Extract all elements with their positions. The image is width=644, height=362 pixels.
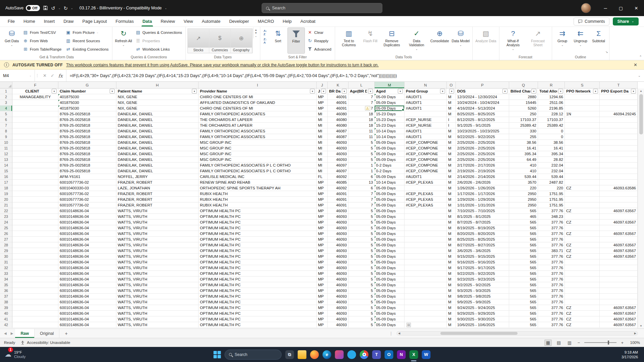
cell-M35[interactable]: 05-09 Days [375,282,405,288]
workbook-links-button[interactable]: ⇄Workbook Links [134,45,184,53]
cell-F38[interactable] [12,299,58,305]
cell-Q8[interactable]: 330 [509,128,538,134]
cell-J27[interactable]: MP [317,237,328,242]
cell-M38[interactable]: 05-09 Days [375,299,405,305]
cell-J20[interactable]: MP [317,197,328,202]
cell-H15[interactable]: DANEILAK, DANIEL [116,168,199,174]
cell-O17[interactable]: M [447,180,456,185]
cell-Q21[interactable]: 2950 [509,202,538,208]
cell-S7[interactable] [565,123,600,128]
cell-R16[interactable]: 539.44 [538,174,565,180]
cell-P10[interactable]: 2/25/2026 - 2/25/2026 [456,140,509,145]
formula-bar-expand-icon[interactable]: ⌄ [635,70,644,81]
scroll-up-icon[interactable]: ▲ [640,89,642,93]
cell-S42[interactable]: CZ [565,322,600,328]
cell-F12[interactable] [12,151,58,157]
cell-Q23[interactable]: 465 [509,214,538,220]
cell-Q18[interactable]: 220 [509,185,538,191]
cell-N28[interactable] [405,242,447,248]
cell-R27[interactable]: 377.76 [538,237,565,242]
filter-dropdown-icon[interactable]: ▾ [593,89,598,94]
cell-M29[interactable]: 05-09 Days [375,248,405,254]
cell-P27[interactable]: 8/25/2025 - 8/25/2025 [456,237,509,242]
cell-J31[interactable]: MP [317,259,328,265]
cell-O18[interactable]: M [447,185,456,191]
cell-J3[interactable]: MP [317,100,328,106]
cell-O25[interactable]: M [447,225,456,231]
cell-Q42[interactable]: 565 [509,322,538,328]
cell-R11[interactable]: 16.41 [538,145,565,151]
cell-K24[interactable]: 46093 [328,220,348,225]
cell-R32[interactable]: 377.76 [538,265,565,271]
cell-T4[interactable] [600,106,638,111]
cell-T41[interactable]: 46097.63567 [600,316,638,322]
cell-T32[interactable] [600,265,638,271]
cell-R29[interactable]: 383.71 [538,248,565,254]
cell-O15[interactable]: M [447,168,456,174]
cell-P2[interactable]: 12/3/2024 - 12/30/2024 [456,94,509,100]
ribbon-tab-automate[interactable]: Automate [197,16,225,26]
row-header-28[interactable]: 28 [0,242,12,248]
cell-N26[interactable] [405,231,447,237]
cell-P12[interactable]: 2/25/2026 - 2/25/2026 [456,151,509,157]
cell-T23[interactable] [600,214,638,220]
zoom-slider-thumb[interactable] [608,341,609,345]
cell-I21[interactable]: RUBIX HEALTH [199,202,317,208]
cell-J24[interactable]: MP [317,220,328,225]
ribbon-tab-view[interactable]: View [179,16,198,26]
cell-I3[interactable]: AFFILIATED DIAGNOSTICS OF OAKLAND [199,100,317,106]
cell-G10[interactable]: 8769-25-0025818 [58,140,116,145]
filter-dropdown-icon[interactable]: ▾ [558,89,563,94]
cell-J1[interactable]: Ju▾ [317,88,328,94]
cell-J32[interactable]: MP [317,265,328,271]
cell-H12[interactable]: DANEILAK, DANIEL [116,151,199,157]
cell-K41[interactable]: 46093 [328,316,348,322]
data-validation-button[interactable]: ✓ Data Validation⌄ [405,27,429,54]
cell-J21[interactable]: MP [317,202,328,208]
cell-Q37[interactable]: 565 [509,294,538,299]
cell-K7[interactable]: 46080 [328,123,348,128]
cell-O5[interactable]: M [447,111,456,117]
cell-N29[interactable] [405,248,447,254]
cell-P6[interactable]: 8/12/2025 - 8/12/2025 [456,117,509,123]
cell-G29[interactable]: 60010148636-04 [58,248,116,254]
cell-options-icon[interactable]: ▤ [407,323,411,327]
cell-K11[interactable]: 46093 [328,145,348,151]
cell-S41[interactable]: CZ [565,316,600,322]
cell-S31[interactable] [565,259,600,265]
cell-T30[interactable]: 46097.63567 [600,254,638,259]
cell-S28[interactable]: CZ [565,242,600,248]
cell-O27[interactable]: M [447,237,456,242]
cell-H18[interactable]: LAZE, JONATHAN [116,185,199,191]
cell-I19[interactable]: RUBIX HEALTH [199,191,317,197]
cell-M2[interactable]: 05-09 Days [375,94,405,100]
cell-G15[interactable]: 8769-25-0025818 [58,168,116,174]
row-header-20[interactable]: 20 [0,197,12,202]
cell-J33[interactable]: MP [317,271,328,277]
consolidate-button[interactable]: ⊕ Consolidate [429,27,450,54]
row-header-15[interactable]: 15 [0,168,12,174]
cell-G38[interactable]: 60010148636-04 [58,299,116,305]
row-header-7[interactable]: 7 [0,123,12,128]
cell-K15[interactable]: 46097 [328,168,348,174]
cell-Q28[interactable]: 565 [509,242,538,248]
cell-J8[interactable]: MI [317,128,328,134]
accessibility-status[interactable]: Accessibility: Unavailable [20,341,70,345]
cell-K2[interactable]: 46091 [328,94,348,100]
row-header-29[interactable]: 29 [0,248,12,254]
cell-J35[interactable]: MP [317,282,328,288]
cell-M37[interactable]: 05-09 Days [375,294,405,299]
cell-P11[interactable]: 2/25/2026 - 2/25/2026 [456,145,509,151]
banner-message-link[interactable]: This workbook contains features that pre… [66,63,379,67]
cell-J29[interactable]: MP [317,248,328,254]
cell-Q33[interactable]: 565 [509,271,538,277]
cell-L6[interactable]: 18 [348,117,375,123]
cell-S33[interactable] [565,271,600,277]
cell-I1[interactable]: Provider Name▾ [199,88,317,94]
row-header-18[interactable]: 18 [0,185,12,191]
data-model-button[interactable]: ⛁ Data Model⌄ [450,27,471,54]
cell-L34[interactable]: 5 [348,277,375,282]
cell-F5[interactable] [12,111,58,117]
cell-T40[interactable]: 46097.63567 [600,311,638,316]
cell-O3[interactable]: M [447,100,456,106]
